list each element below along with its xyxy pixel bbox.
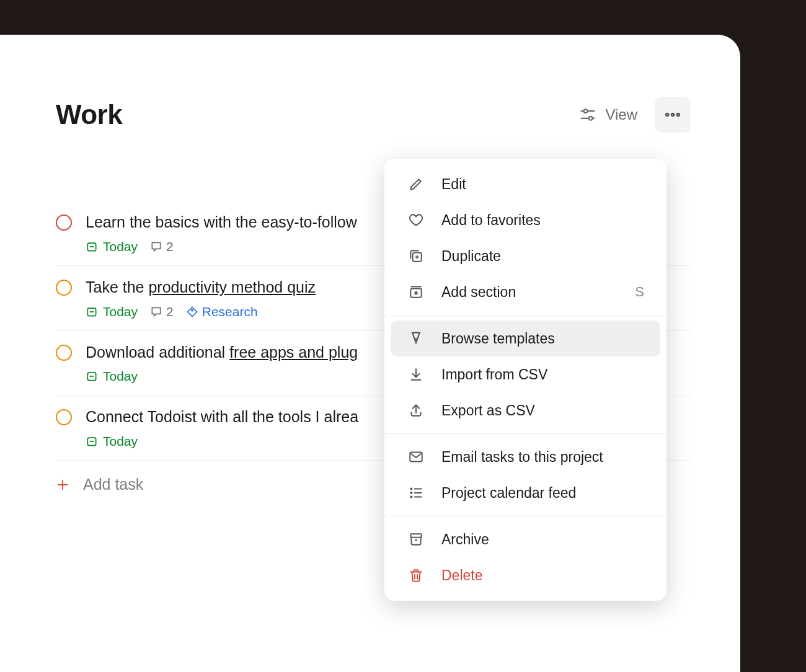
date-chip[interactable]: Today <box>86 304 138 319</box>
menu-item-edit[interactable]: Edit <box>391 166 660 202</box>
plus-icon <box>56 478 69 492</box>
task-checkbox[interactable] <box>56 345 72 361</box>
calendar-icon <box>86 435 98 448</box>
menu-divider <box>384 315 666 316</box>
tag-icon <box>186 306 198 318</box>
menu-item-archive[interactable]: Archive <box>391 521 660 557</box>
pencil-icon <box>407 175 425 193</box>
mail-icon <box>407 448 425 466</box>
menu-item-duplicate[interactable]: Duplicate <box>391 238 660 274</box>
date-chip[interactable]: Today <box>86 434 138 449</box>
menu-item-export-csv[interactable]: Export as CSV <box>391 392 660 428</box>
date-chip[interactable]: Today <box>86 369 138 384</box>
menu-item-favorites[interactable]: Add to favorites <box>391 202 660 238</box>
more-horizontal-icon <box>663 105 682 124</box>
trash-icon <box>407 566 425 585</box>
menu-item-add-section[interactable]: Add section S <box>391 274 660 310</box>
upload-icon <box>407 401 425 420</box>
task-checkbox[interactable] <box>56 409 72 425</box>
project-panel: Work View <box>0 35 740 672</box>
menu-item-delete[interactable]: Delete <box>391 557 660 593</box>
menu-item-browse-templates[interactable]: Browse templates <box>391 321 660 356</box>
menu-divider <box>384 433 666 434</box>
comments-chip[interactable]: 2 <box>150 239 174 254</box>
list-icon <box>407 484 425 502</box>
shortcut-label: S <box>635 284 644 300</box>
comments-chip[interactable]: 2 <box>150 304 174 319</box>
sliders-icon <box>579 106 596 123</box>
project-title: Work <box>56 99 122 130</box>
svg-point-11 <box>191 309 193 311</box>
label-chip[interactable]: Research <box>186 304 258 319</box>
download-icon <box>407 365 425 384</box>
svg-point-30 <box>410 488 412 489</box>
duplicate-icon <box>407 247 425 265</box>
add-task-label: Add task <box>83 475 143 493</box>
svg-point-32 <box>410 496 412 497</box>
task-checkbox[interactable] <box>56 280 72 296</box>
svg-rect-36 <box>410 534 421 537</box>
svg-point-4 <box>666 113 668 116</box>
svg-point-6 <box>677 113 680 116</box>
menu-item-email-tasks[interactable]: Email tasks to this project <box>391 439 660 475</box>
heart-icon <box>407 211 425 229</box>
calendar-icon <box>86 241 98 253</box>
add-section-icon <box>407 283 425 301</box>
menu-divider <box>384 516 666 516</box>
comment-icon <box>150 241 162 253</box>
task-checkbox[interactable] <box>56 214 72 231</box>
templates-icon <box>407 329 425 348</box>
project-actions-menu: Edit Add to favorites Duplicate Add sect… <box>384 159 666 601</box>
svg-point-3 <box>589 117 593 120</box>
view-button[interactable]: View <box>579 106 637 123</box>
calendar-icon <box>86 306 98 318</box>
header: Work View <box>56 97 691 133</box>
more-options-button[interactable] <box>655 97 691 133</box>
view-label: View <box>605 106 637 123</box>
comment-icon <box>150 306 162 318</box>
svg-point-25 <box>415 339 417 340</box>
svg-point-1 <box>584 109 588 113</box>
svg-point-31 <box>410 492 412 493</box>
menu-item-import-csv[interactable]: Import from CSV <box>391 356 660 392</box>
date-chip[interactable]: Today <box>86 239 138 254</box>
calendar-icon <box>86 370 98 382</box>
menu-item-calendar-feed[interactable]: Project calendar feed <box>391 475 660 511</box>
svg-point-5 <box>671 113 674 116</box>
header-actions: View <box>579 97 691 133</box>
archive-icon <box>407 530 425 549</box>
